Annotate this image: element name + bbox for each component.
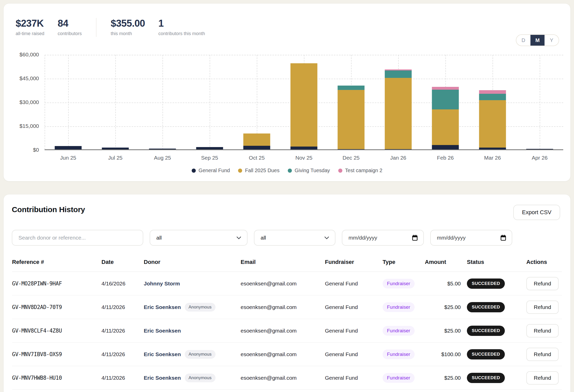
bar-segment bbox=[479, 100, 506, 148]
refund-button[interactable]: Refund bbox=[526, 371, 559, 385]
type-badge: Fundraiser bbox=[383, 326, 415, 336]
chevron-down-icon bbox=[324, 236, 329, 239]
gridline-vertical bbox=[162, 55, 163, 149]
bar-segment bbox=[338, 86, 365, 90]
fundraiser-name: General Fund bbox=[325, 304, 383, 310]
amount: $5.00 bbox=[425, 281, 461, 287]
status-cell: SUCCEEDED bbox=[461, 373, 519, 383]
contributions-chart: Jun 25Jul 25Aug 25Sep 25Oct 25Nov 25Dec … bbox=[4, 4, 570, 181]
type-filter-select[interactable]: all bbox=[254, 230, 335, 246]
search-input[interactable] bbox=[12, 230, 143, 246]
donor-link[interactable]: Eric Soenksen bbox=[144, 304, 181, 310]
donor-link[interactable]: Eric Soenksen bbox=[144, 328, 181, 334]
stacked-bar-dec-25 bbox=[338, 86, 365, 149]
refund-button[interactable]: Refund bbox=[526, 277, 559, 290]
bar-segment bbox=[55, 146, 82, 149]
type-badge: Fundraiser bbox=[383, 373, 415, 383]
gridline-vertical bbox=[68, 55, 69, 149]
stacked-bar-jan-26 bbox=[385, 69, 412, 149]
x-axis-tick-label: Mar 26 bbox=[469, 155, 516, 161]
legend-label: Fall 2025 Dues bbox=[245, 168, 280, 173]
donor-cell: Johnny Storm bbox=[144, 281, 241, 287]
type-badge: Fundraiser bbox=[383, 279, 415, 288]
date-placeholder: mm/dd/yyyy bbox=[348, 235, 377, 241]
reference-number: GV-MNV7HWB8-HU10 bbox=[12, 375, 101, 381]
table-header-row: Reference # Date Donor Email Fundraiser … bbox=[12, 253, 562, 272]
legend-dot-icon bbox=[338, 169, 342, 173]
refund-button[interactable]: Refund bbox=[526, 348, 559, 361]
legend-label: Giving Tuesday bbox=[295, 168, 330, 173]
x-axis-tick-label: Feb 26 bbox=[422, 155, 469, 161]
bar-segment bbox=[243, 133, 270, 146]
reference-number: GV-MNV8CLF4-4Z8U bbox=[12, 328, 101, 334]
legend-item[interactable]: General Fund bbox=[192, 168, 230, 173]
bar-segment bbox=[243, 146, 270, 149]
gridline-vertical bbox=[45, 55, 45, 149]
legend-label: Test campaign 2 bbox=[345, 168, 383, 173]
status-cell: SUCCEEDED bbox=[461, 302, 519, 312]
table-row: GV-MNV8D2AD-70T9 4/11/2026 Eric Soenksen… bbox=[12, 295, 562, 319]
status-badge: SUCCEEDED bbox=[467, 278, 505, 289]
date-placeholder: mm/dd/yyyy bbox=[437, 235, 466, 241]
y-axis-tick-label: $15,000 bbox=[6, 123, 39, 129]
amount: $100.00 bbox=[425, 351, 461, 357]
type-cell: Fundraiser bbox=[383, 302, 425, 312]
x-axis-tick-label: Apr 26 bbox=[516, 155, 563, 161]
col-header-status: Status bbox=[461, 259, 519, 265]
refund-button[interactable]: Refund bbox=[526, 301, 559, 314]
status-badge: SUCCEEDED bbox=[467, 349, 505, 359]
refund-button[interactable]: Refund bbox=[526, 324, 559, 337]
date-from-input[interactable]: mm/dd/yyyy bbox=[342, 230, 424, 246]
actions-cell: Refund bbox=[519, 371, 562, 385]
legend-item[interactable]: Fall 2025 Dues bbox=[238, 168, 280, 173]
chart-plot bbox=[45, 55, 563, 150]
calendar-icon bbox=[500, 235, 506, 241]
chart-legend: General FundFall 2025 DuesGiving Tuesday… bbox=[4, 168, 570, 173]
table-row: GV-MNV8CLF4-4Z8U 4/11/2026 Eric Soenksen… bbox=[12, 319, 562, 343]
donor-email: esoenksen@gmail.com bbox=[241, 375, 325, 381]
reference-number: GV-MNV8D2AD-70T9 bbox=[12, 304, 101, 310]
anonymous-badge: Anonymous bbox=[185, 374, 216, 382]
donor-link[interactable]: Johnny Storm bbox=[144, 281, 180, 287]
stacked-bar-feb-26 bbox=[432, 87, 459, 149]
history-card: Contribution History Export CSV all all … bbox=[3, 194, 571, 392]
gridline-vertical bbox=[210, 55, 210, 149]
export-csv-button[interactable]: Export CSV bbox=[513, 205, 560, 220]
x-axis-tick-label: Nov 25 bbox=[280, 155, 327, 161]
actions-cell: Refund bbox=[519, 324, 562, 337]
gridline-vertical bbox=[115, 55, 116, 149]
type-badge: Fundraiser bbox=[383, 302, 415, 312]
bar-segment bbox=[385, 70, 412, 78]
bar-segment bbox=[479, 94, 506, 100]
status-cell: SUCCEEDED bbox=[461, 326, 519, 336]
fundraiser-name: General Fund bbox=[325, 328, 383, 334]
legend-item[interactable]: Giving Tuesday bbox=[288, 168, 330, 173]
amount: $25.00 bbox=[425, 328, 461, 334]
legend-item[interactable]: Test campaign 2 bbox=[338, 168, 383, 173]
actions-cell: Refund bbox=[519, 301, 562, 314]
table-row: GV-MO28PIWN-9HAF 4/16/2026 Johnny Storm … bbox=[12, 272, 562, 295]
page-title: Contribution History bbox=[12, 205, 85, 214]
anonymous-badge: Anonymous bbox=[185, 350, 216, 359]
donor-link[interactable]: Eric Soenksen bbox=[144, 375, 181, 381]
bar-segment bbox=[338, 149, 365, 149]
y-axis-tick-label: $30,000 bbox=[6, 99, 39, 105]
donor-link[interactable]: Eric Soenksen bbox=[144, 351, 181, 357]
donor-email: esoenksen@gmail.com bbox=[241, 304, 325, 310]
col-header-email: Email bbox=[241, 259, 325, 265]
stacked-bar-nov-25 bbox=[291, 63, 317, 149]
status-cell: SUCCEEDED bbox=[461, 278, 519, 289]
bar-segment bbox=[479, 90, 506, 94]
type-cell: Fundraiser bbox=[383, 373, 425, 383]
legend-dot-icon bbox=[288, 169, 292, 173]
stacked-bar-mar-26 bbox=[479, 90, 506, 149]
stacked-bar-jun-25 bbox=[55, 146, 82, 149]
date-to-input[interactable]: mm/dd/yyyy bbox=[430, 230, 512, 246]
legend-dot-icon bbox=[238, 169, 242, 173]
chart-card: $237K all-time raised 84 contributors $3… bbox=[3, 3, 571, 181]
bar-segment bbox=[102, 148, 129, 149]
calendar-icon bbox=[412, 235, 418, 241]
legend-label: General Fund bbox=[199, 168, 230, 173]
fundraiser-filter-select[interactable]: all bbox=[150, 230, 248, 246]
table-row: GV-MNV7IBV8-OXS9 4/11/2026 Eric Soenksen… bbox=[12, 343, 562, 366]
